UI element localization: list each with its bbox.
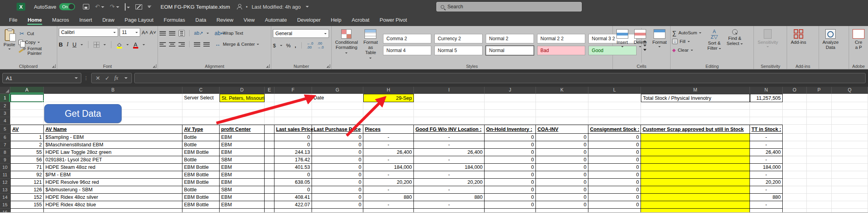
cell-N10[interactable]: 184,000	[750, 164, 783, 171]
tab-acrobat[interactable]: Acrobat	[346, 13, 374, 26]
cell-F10[interactable]: 401.53	[274, 164, 312, 171]
cell-F8[interactable]: 244.13	[274, 149, 312, 156]
cell-G3[interactable]	[312, 110, 363, 117]
document-title[interactable]: EOM FG-PKG Template.xlsm	[161, 4, 230, 10]
cell-F5[interactable]: Last sales Price	[274, 125, 312, 134]
grow-font-button[interactable]: A˄	[142, 30, 148, 36]
cell-K15[interactable]: 0	[536, 201, 588, 209]
conditional-formatting-button[interactable]: ConditionalFormatting	[333, 28, 360, 63]
column-header-I[interactable]: I	[414, 87, 485, 94]
cell-O15[interactable]	[783, 201, 807, 209]
cell-D12[interactable]: EBM	[220, 179, 265, 186]
cell-E9[interactable]	[265, 156, 274, 164]
cell-J7[interactable]: 0	[485, 141, 536, 149]
cell-L11[interactable]: 0	[588, 171, 641, 179]
cell-Q3[interactable]	[832, 110, 868, 117]
cell-K6[interactable]: 0	[536, 134, 588, 141]
cell-A6[interactable]: 1	[10, 134, 44, 141]
cell-B14[interactable]: HDPE Ridex 48oz silver	[44, 194, 182, 201]
cell-L16[interactable]	[588, 209, 641, 212]
formula-bar-grip[interactable]: ⋮	[84, 75, 89, 81]
get-data-button[interactable]: Get Data	[44, 104, 122, 123]
tab-automate[interactable]: Automate	[260, 13, 292, 26]
cell-F13[interactable]: 0	[274, 186, 312, 194]
cell-M5[interactable]: Customer Scrap approved but still in Sto…	[641, 125, 750, 134]
cell-Q2[interactable]	[832, 102, 868, 110]
delete-cells-button[interactable]: Delete	[632, 28, 649, 63]
tab-draw[interactable]: Draw	[97, 13, 119, 26]
cell-H9[interactable]: -	[363, 156, 414, 164]
cell-L15[interactable]: 0	[588, 201, 641, 209]
cell-J4[interactable]	[485, 117, 536, 125]
number-dialog-launcher[interactable]	[327, 64, 330, 68]
format-painter-button[interactable]: Format Painter	[19, 47, 55, 55]
find-select-button[interactable]: Find &Select	[725, 28, 745, 63]
bold-button[interactable]: B	[59, 41, 63, 48]
undo-button[interactable]: ↶	[95, 3, 104, 10]
cell-C10[interactable]: EBM Bottle	[182, 164, 220, 171]
cell-Q11[interactable]	[832, 171, 868, 179]
sort-filter-button[interactable]: AZ▽ Sort &Filter	[705, 28, 723, 63]
insert-function-button[interactable]: fx	[114, 75, 118, 81]
search-input[interactable]: Search	[436, 2, 582, 11]
cell-L13[interactable]: 0	[588, 186, 641, 194]
column-header-L[interactable]: L	[588, 87, 641, 94]
cell-I10[interactable]: 184,000	[414, 164, 485, 171]
cell-N16[interactable]	[750, 209, 783, 212]
cell-E15[interactable]	[265, 201, 274, 209]
column-header-H[interactable]: H	[363, 87, 414, 94]
cell-L8[interactable]: 0	[588, 149, 641, 156]
cell-K3[interactable]	[536, 110, 588, 117]
cell-I3[interactable]	[414, 110, 485, 117]
style-chip-normal-5[interactable]: Normal 5	[434, 46, 483, 55]
cell-Q6[interactable]	[832, 134, 868, 141]
cell-C2[interactable]	[182, 102, 220, 110]
cell-D4[interactable]	[220, 117, 265, 125]
row-header-2[interactable]: 2	[0, 102, 10, 110]
decrease-indent-button[interactable]	[194, 42, 200, 47]
autosave-toggle[interactable]: On	[59, 3, 75, 10]
percent-style-button[interactable]: %	[286, 43, 291, 49]
column-header-B[interactable]: B	[44, 87, 182, 94]
cell-M16[interactable]	[641, 209, 750, 212]
style-chip-normal-2-2[interactable]: Normal 2 2	[537, 34, 585, 43]
tab-developer[interactable]: Developer	[292, 13, 325, 26]
cell-M4[interactable]	[641, 117, 750, 125]
cell-A16[interactable]	[10, 209, 44, 212]
cell-K12[interactable]: 0	[536, 179, 588, 186]
cell-E12[interactable]	[265, 179, 274, 186]
cell-O12[interactable]	[783, 179, 807, 186]
cell-D7[interactable]: EBM	[220, 141, 265, 149]
borders-button[interactable]	[94, 42, 100, 48]
row-header-5[interactable]: 5	[0, 125, 10, 134]
cell-I2[interactable]	[414, 102, 485, 110]
cell-O6[interactable]	[783, 134, 807, 141]
cell-G4[interactable]	[312, 117, 363, 125]
cell-C13[interactable]: Bottle	[182, 186, 220, 194]
cell-M2[interactable]	[641, 102, 750, 110]
cell-P8[interactable]	[807, 149, 832, 156]
cell-N9[interactable]: -	[750, 156, 783, 164]
cell-N6[interactable]: -	[750, 134, 783, 141]
cell-H14[interactable]: 880	[363, 194, 414, 201]
cell-L10[interactable]: 0	[588, 164, 641, 171]
cell-A5[interactable]: AV	[10, 125, 44, 134]
cell-Q16[interactable]	[832, 209, 868, 212]
screenshot-icon[interactable]	[135, 4, 142, 9]
create-pdf-button[interactable]: Crea P	[851, 28, 866, 63]
addins-button[interactable]: Add-ins	[789, 28, 808, 63]
cell-J15[interactable]: 0	[485, 201, 536, 209]
cut-button[interactable]: ✂Cut	[19, 30, 55, 37]
cell-E6[interactable]	[265, 134, 274, 141]
column-header-J[interactable]: J	[485, 87, 536, 94]
cell-I14[interactable]: 880	[414, 194, 485, 201]
align-left-button[interactable]	[160, 42, 166, 47]
cell-O16[interactable]	[783, 209, 807, 212]
cell-J2[interactable]	[485, 102, 536, 110]
font-dialog-launcher[interactable]	[153, 64, 156, 68]
cell-C16[interactable]	[182, 209, 220, 212]
align-middle-button[interactable]	[169, 31, 175, 36]
cell-G16[interactable]	[312, 209, 363, 212]
cell-A3[interactable]	[10, 110, 44, 117]
style-chip-comma-2[interactable]: Comma 2	[383, 34, 431, 43]
